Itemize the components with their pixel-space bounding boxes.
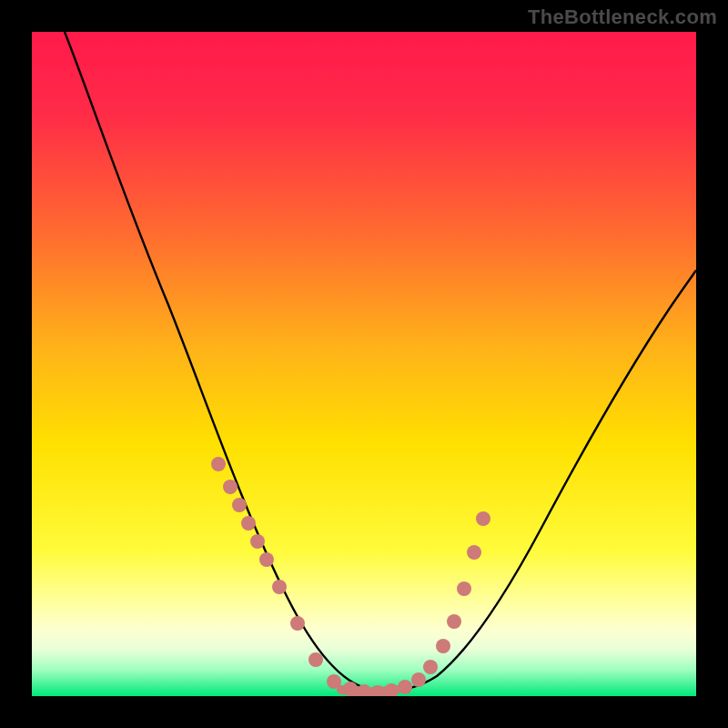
svg-point-8 bbox=[308, 652, 323, 667]
svg-point-20 bbox=[467, 545, 481, 560]
svg-point-2 bbox=[232, 498, 247, 512]
chart-svg bbox=[32, 32, 696, 696]
svg-point-10 bbox=[343, 682, 358, 696]
svg-point-21 bbox=[476, 511, 490, 526]
svg-point-15 bbox=[411, 672, 426, 687]
svg-point-5 bbox=[259, 552, 274, 567]
svg-point-18 bbox=[447, 614, 461, 629]
svg-point-16 bbox=[423, 660, 438, 674]
watermark-text: TheBottleneck.com bbox=[528, 5, 717, 29]
svg-point-7 bbox=[290, 616, 305, 631]
svg-point-14 bbox=[398, 680, 412, 694]
svg-point-6 bbox=[272, 580, 287, 594]
chart-background bbox=[32, 32, 696, 696]
svg-point-1 bbox=[223, 480, 238, 494]
svg-point-0 bbox=[211, 457, 226, 471]
chart-container: TheBottleneck.com bbox=[0, 0, 728, 728]
svg-point-19 bbox=[457, 581, 471, 596]
svg-point-3 bbox=[241, 516, 256, 531]
svg-point-4 bbox=[250, 534, 265, 549]
plot-area bbox=[32, 32, 696, 696]
svg-point-17 bbox=[436, 639, 450, 653]
svg-point-9 bbox=[327, 674, 341, 689]
